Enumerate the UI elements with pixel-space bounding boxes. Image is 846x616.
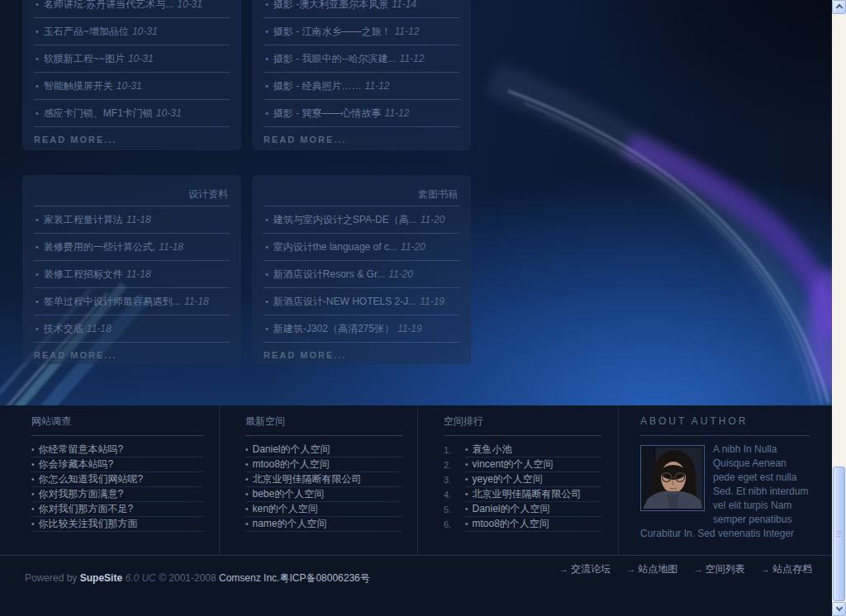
archive-link[interactable]: →站点存档 (761, 563, 812, 575)
article-date: 10-31 (177, 0, 202, 10)
article-list: 摄影 -澳大利亚墨尔本风景11-14 摄影 - 江南水乡——之旅！11-12 摄… (264, 0, 459, 127)
bullet-icon (465, 445, 468, 454)
article-link[interactable]: 智能触摸屏开关 (44, 79, 113, 93)
bullet-icon (265, 269, 269, 279)
footer-about-author-section: ABOUT AUTHOR (618, 405, 818, 555)
bullet-icon (265, 324, 269, 334)
survey-link[interactable]: 你对我那方面满意? (39, 487, 124, 501)
article-link[interactable]: 摄影 - 经典照片…… (273, 79, 362, 93)
article-link[interactable]: 技术交底 (44, 322, 83, 336)
arrow-icon: → (559, 564, 568, 574)
space-link[interactable]: 北京业明佳隔断有限公司 (253, 472, 362, 486)
space-link[interactable]: yeye的个人空间 (473, 472, 543, 486)
icp-number: 粤ICP备08006236号 (279, 572, 369, 584)
article-link[interactable]: 建筑与室内设计之SPA-DE（高... (273, 213, 417, 227)
space-link[interactable]: 衰鱼小池 (473, 443, 512, 457)
article-link[interactable]: 装修费用的一些计算公式, (44, 240, 155, 254)
article-list-box-design: 设计资料 家装工程量计算法11-18 装修费用的一些计算公式,11-18 装修工… (22, 175, 241, 364)
survey-link[interactable]: 你对我们那方面不足? (39, 502, 134, 516)
bullet-icon (31, 475, 35, 484)
bullet-icon (265, 26, 269, 36)
about-author-header: ABOUT AUTHOR (640, 415, 810, 436)
bullet-icon (265, 215, 269, 225)
latest-spaces-list: Daniel的个人空间 mtoo8的个人空间 北京业明佳隔断有限公司 bebe的… (245, 443, 402, 532)
survey-link[interactable]: 你经常留意本站吗? (39, 443, 124, 457)
article-link[interactable]: 摄影 - 江南水乡——之旅！ (273, 25, 392, 39)
list-item: 感应卡门锁、MF1卡门锁10-31 (34, 100, 230, 127)
space-link[interactable]: ken的个人空间 (253, 502, 318, 516)
bullet-icon (265, 108, 269, 118)
list-item: name的个人空间 (245, 517, 402, 532)
article-link[interactable]: 摄影 - 巽寮——心情故事 (273, 107, 382, 121)
article-link[interactable]: 摄影 - 我眼中的--哈尔滨建... (273, 52, 397, 66)
article-date: 11-18 (87, 323, 112, 334)
rank-number: 4. (444, 490, 465, 500)
article-list: 家装工程量计算法11-18 装修费用的一些计算公式,11-18 装修工程招标文件… (34, 206, 230, 343)
read-more-link[interactable]: READ MORE... (264, 135, 346, 145)
survey-link[interactable]: 你怎么知道我们网站呢? (39, 472, 144, 486)
article-link[interactable]: 签单过程中设计师最容易遇到... (44, 295, 181, 309)
article-list-box-2: 摄影 -澳大利亚墨尔本风景11-14 摄影 - 江南水乡——之旅！11-12 摄… (252, 0, 471, 150)
survey-link[interactable]: 你会珍藏本站吗? (39, 457, 114, 471)
scrollbar-up-button[interactable] (832, 0, 846, 14)
article-date: 11-19 (397, 323, 422, 334)
vertical-scrollbar[interactable] (832, 0, 846, 616)
sitemap-link[interactable]: →站点地图 (626, 563, 677, 575)
article-link[interactable]: 室内设计the language of c... (273, 240, 397, 254)
rank-number: 1. (444, 445, 465, 455)
article-link[interactable]: 感应卡门锁、MF1卡门锁 (44, 107, 153, 121)
list-item: 1.衰鱼小池 (444, 443, 601, 457)
bullet-icon (265, 296, 269, 306)
list-item: 3.yeye的个人空间 (444, 472, 601, 487)
article-link[interactable]: 新酒店设计Resors & Gr... (273, 268, 385, 282)
bullet-icon (36, 324, 39, 334)
list-item: 建筑与室内设计之SPA-DE（高...11-20 (264, 206, 459, 234)
list-item: mtoo8的个人空间 (245, 457, 402, 472)
list-item: 签单过程中设计师最容易遇到...11-18 (34, 288, 230, 315)
thumb-grip-icon (836, 531, 842, 538)
space-link[interactable]: mtoo8的个人空间 (253, 457, 330, 471)
scrollbar-down-button[interactable] (832, 602, 846, 616)
article-link[interactable]: 摄影 -澳大利亚墨尔本风景 (273, 0, 388, 12)
space-list-link[interactable]: →空间列表 (694, 563, 745, 575)
article-date: 10-31 (128, 53, 154, 64)
article-date: 11-12 (400, 53, 425, 64)
space-link[interactable]: name的个人空间 (253, 517, 327, 531)
bullet-icon (265, 0, 269, 9)
article-date: 11-20 (421, 214, 445, 225)
read-more-link[interactable]: READ MORE... (34, 350, 116, 360)
space-link[interactable]: bebe的个人空间 (253, 487, 325, 501)
about-author-body: A nibh In Nulla Quisque Aenean pede eget… (640, 443, 810, 541)
forum-link[interactable]: →交流论坛 (559, 563, 611, 575)
survey-header: 网站调查 (31, 415, 204, 436)
space-link[interactable]: mtoo8的个人空间 (473, 517, 549, 531)
list-item: 你经常留意本站吗? (31, 443, 204, 457)
article-link[interactable]: 软膜新工程~~图片 (44, 52, 125, 66)
article-link[interactable]: 装修工程招标文件 (44, 268, 123, 282)
read-more-link[interactable]: READ MORE... (34, 135, 116, 145)
survey-link[interactable]: 你比较关注我们那方面 (39, 517, 138, 531)
bullet-icon (245, 519, 249, 528)
space-link[interactable]: Daniel的个人空间 (253, 443, 330, 457)
list-item: 6.mtoo8的个人空间 (444, 517, 601, 532)
article-link[interactable]: 新酒店设计-NEW HOTELS 2-J... (273, 295, 416, 309)
article-link[interactable]: 新建筑-J302（高清275张） (273, 322, 394, 336)
bottom-bar: →交流论坛 →站点地图 →空间列表 →站点存档 Powered by SupeS… (0, 555, 832, 616)
footer-survey-section: 网站调查 你经常留意本站吗? 你会珍藏本站吗? 你怎么知道我们网站呢? 你对我那… (25, 405, 219, 555)
article-link[interactable]: 玉石产品~增加品位 (44, 25, 129, 39)
bullet-icon (36, 215, 39, 225)
space-link[interactable]: 北京业明佳隔断有限公司 (473, 487, 582, 501)
scrollbar-thumb[interactable] (833, 467, 845, 601)
space-link[interactable]: vincent的个人空间 (473, 457, 554, 471)
bullet-icon (36, 26, 39, 36)
list-item: bebe的个人空间 (245, 487, 402, 502)
author-avatar[interactable] (640, 445, 705, 511)
list-item: 家装工程量计算法11-18 (34, 206, 230, 234)
list-item: 技术交底11-18 (34, 315, 230, 343)
list-item: 玉石产品~增加品位10-31 (34, 18, 230, 45)
article-link[interactable]: 名师讲坛:苏丹讲当代艺术与... (44, 0, 173, 12)
read-more-link[interactable]: READ MORE... (264, 350, 346, 360)
space-link[interactable]: Daniel的个人空间 (473, 502, 550, 516)
bottom-links: →交流论坛 →站点地图 →空间列表 →站点存档 (546, 562, 812, 576)
article-link[interactable]: 家装工程量计算法 (44, 213, 123, 227)
